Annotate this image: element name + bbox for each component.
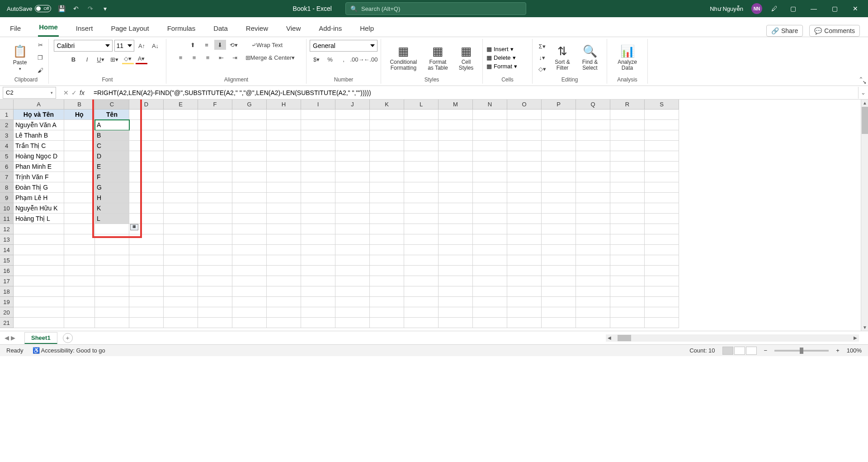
- column-header-P[interactable]: P: [542, 100, 576, 110]
- cell-Q4[interactable]: [576, 141, 610, 151]
- cell-J3[interactable]: [335, 130, 370, 141]
- cell-H15[interactable]: [267, 255, 301, 266]
- cell-A13[interactable]: [14, 234, 64, 245]
- cell-L20[interactable]: [404, 307, 439, 318]
- cell-C13[interactable]: [95, 234, 129, 245]
- cell-B14[interactable]: [64, 245, 95, 255]
- cell-Q20[interactable]: [576, 307, 610, 318]
- cell-S16[interactable]: [645, 266, 679, 276]
- cell-J14[interactable]: [335, 245, 370, 255]
- cell-R18[interactable]: [610, 286, 645, 297]
- cell-I9[interactable]: [301, 193, 335, 203]
- cell-J18[interactable]: [335, 286, 370, 297]
- row-header-3[interactable]: 3: [0, 130, 14, 141]
- align-bottom-icon[interactable]: ⬇: [214, 40, 226, 50]
- cell-I18[interactable]: [301, 286, 335, 297]
- row-header-7[interactable]: 7: [0, 172, 14, 182]
- cell-H3[interactable]: [267, 130, 301, 141]
- comma-icon[interactable]: ,: [338, 54, 349, 64]
- cell-B18[interactable]: [64, 286, 95, 297]
- cell-C14[interactable]: [95, 245, 129, 255]
- paste-button[interactable]: 📋Paste▾: [7, 43, 33, 72]
- page-break-view-button[interactable]: [746, 347, 757, 355]
- autofill-options-icon[interactable]: ▦: [130, 224, 138, 230]
- cell-O21[interactable]: [507, 318, 542, 328]
- cell-H5[interactable]: [267, 151, 301, 162]
- cell-Q2[interactable]: [576, 120, 610, 130]
- cell-M15[interactable]: [439, 255, 473, 266]
- cell-K16[interactable]: [370, 266, 404, 276]
- percent-icon[interactable]: %: [324, 54, 336, 64]
- zoom-level[interactable]: 100%: [847, 347, 862, 354]
- format-painter-icon[interactable]: 🖌: [34, 66, 46, 76]
- cell-P21[interactable]: [542, 318, 576, 328]
- cell-H13[interactable]: [267, 234, 301, 245]
- cell-C18[interactable]: [95, 286, 129, 297]
- decrease-decimal-icon[interactable]: ←.00: [365, 54, 377, 64]
- cell-O13[interactable]: [507, 234, 542, 245]
- cell-N13[interactable]: [473, 234, 507, 245]
- cell-P19[interactable]: [542, 297, 576, 307]
- tab-view[interactable]: View: [285, 24, 302, 37]
- cell-A7[interactable]: Trịnh Văn F: [14, 172, 64, 182]
- cell-O14[interactable]: [507, 245, 542, 255]
- cell-Q15[interactable]: [576, 255, 610, 266]
- cell-B1[interactable]: Họ: [64, 110, 95, 120]
- tab-help[interactable]: Help: [359, 24, 375, 37]
- cell-B19[interactable]: [64, 297, 95, 307]
- column-header-A[interactable]: A: [14, 100, 64, 110]
- cell-A1[interactable]: Họ và Tên: [14, 110, 64, 120]
- accessibility-status[interactable]: ♿ Accessibility: Good to go: [33, 347, 105, 354]
- cell-E9[interactable]: [164, 193, 198, 203]
- cell-Q8[interactable]: [576, 182, 610, 193]
- tab-file[interactable]: File: [9, 24, 22, 37]
- cell-E4[interactable]: [164, 141, 198, 151]
- cell-E3[interactable]: [164, 130, 198, 141]
- cell-D15[interactable]: [129, 255, 164, 266]
- cell-R19[interactable]: [610, 297, 645, 307]
- cell-M2[interactable]: [439, 120, 473, 130]
- enter-formula-icon[interactable]: ✓: [71, 89, 77, 96]
- tab-add-ins[interactable]: Add-ins: [318, 24, 343, 37]
- cell-D9[interactable]: [129, 193, 164, 203]
- cell-I15[interactable]: [301, 255, 335, 266]
- cell-J15[interactable]: [335, 255, 370, 266]
- cell-J12[interactable]: [335, 224, 370, 234]
- column-header-J[interactable]: J: [335, 100, 370, 110]
- scroll-left-icon[interactable]: ◀: [606, 335, 613, 340]
- cell-B8[interactable]: [64, 182, 95, 193]
- cell-J20[interactable]: [335, 307, 370, 318]
- cell-D16[interactable]: [129, 266, 164, 276]
- cell-A8[interactable]: Đoàn Thị G: [14, 182, 64, 193]
- cell-P12[interactable]: [542, 224, 576, 234]
- cell-P16[interactable]: [542, 266, 576, 276]
- cell-K20[interactable]: [370, 307, 404, 318]
- row-header-6[interactable]: 6: [0, 162, 14, 172]
- cell-B7[interactable]: [64, 172, 95, 182]
- cell-Q1[interactable]: [576, 110, 610, 120]
- cell-L11[interactable]: [404, 214, 439, 224]
- cell-Q10[interactable]: [576, 203, 610, 214]
- cell-B11[interactable]: [64, 214, 95, 224]
- column-header-M[interactable]: M: [439, 100, 473, 110]
- cell-H11[interactable]: [267, 214, 301, 224]
- cell-F18[interactable]: [198, 286, 232, 297]
- cell-R13[interactable]: [610, 234, 645, 245]
- cell-D19[interactable]: [129, 297, 164, 307]
- cell-K8[interactable]: [370, 182, 404, 193]
- cell-H6[interactable]: [267, 162, 301, 172]
- cell-C6[interactable]: E: [95, 162, 129, 172]
- row-header-10[interactable]: 10: [0, 203, 14, 214]
- cell-D14[interactable]: [129, 245, 164, 255]
- tab-page-layout[interactable]: Page Layout: [110, 24, 150, 37]
- cell-B3[interactable]: [64, 130, 95, 141]
- cell-D17[interactable]: [129, 276, 164, 286]
- user-avatar[interactable]: NN: [751, 3, 762, 14]
- cell-Q12[interactable]: [576, 224, 610, 234]
- cell-G10[interactable]: [232, 203, 267, 214]
- cell-J2[interactable]: [335, 120, 370, 130]
- redo-icon[interactable]: ↷: [86, 5, 94, 13]
- horizontal-scroll-thumb[interactable]: [618, 335, 631, 341]
- cell-A18[interactable]: [14, 286, 64, 297]
- cell-L13[interactable]: [404, 234, 439, 245]
